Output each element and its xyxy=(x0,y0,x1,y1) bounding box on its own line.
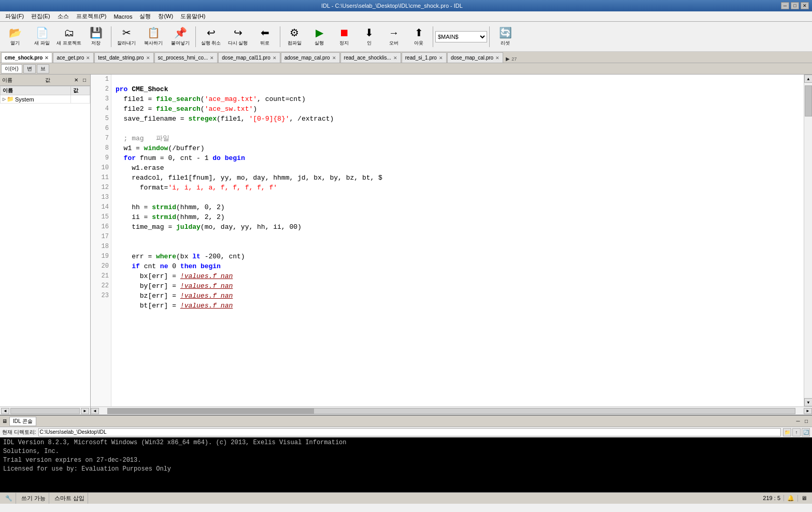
console-path-bar: 현재 디렉토리: 📁 ↑ 🔄 xyxy=(0,427,812,437)
tab-read-si-close[interactable]: ✕ xyxy=(439,55,443,61)
code-content[interactable]: pro CME_Shock file1 = file_search('ace_m… xyxy=(111,75,804,406)
undo-button[interactable]: ↩ 실행 취소 xyxy=(198,23,224,50)
path-refresh-button[interactable]: 🔄 xyxy=(802,428,810,436)
scroll-up-arrow[interactable]: ▲ xyxy=(804,75,812,83)
console-minimize[interactable]: ─ xyxy=(794,418,802,425)
status-monitor-icon: 🖥 xyxy=(798,495,810,501)
window-controls: ─ □ ✕ xyxy=(781,2,809,9)
tab-dose-map-11[interactable]: dose_map_cal11.pro ✕ xyxy=(218,52,280,63)
copy-label: 복사하기 xyxy=(144,40,163,47)
menu-window[interactable]: 창(W) xyxy=(155,11,176,21)
stack-dropdown[interactable]: $MAIN$ xyxy=(435,31,487,42)
maximize-button[interactable]: □ xyxy=(791,2,799,9)
tab-test-date[interactable]: test_date_string.pro ✕ xyxy=(94,52,153,63)
copy-button[interactable]: 📋 복사하기 xyxy=(140,23,166,50)
left-panel-scrollbar[interactable]: ◀ ▶ xyxy=(0,406,90,415)
vertical-scrollbar[interactable]: ▲ ▼ xyxy=(804,75,812,406)
back-button[interactable]: ⬅ 뒤로 xyxy=(252,23,278,50)
tab-sc-process[interactable]: sc_process_hmi_co... ✕ xyxy=(154,52,218,63)
tab-sc-process-close[interactable]: ✕ xyxy=(210,55,214,61)
scroll-right-arrow[interactable]: ▶ xyxy=(81,408,89,414)
console-path-input[interactable] xyxy=(38,428,781,436)
cut-button[interactable]: ✂ 잘라내기 xyxy=(113,23,139,50)
left-panel-header: 이름 값 ✕ □ xyxy=(0,75,90,86)
horizontal-scrollbar[interactable]: ◀ ▶ xyxy=(91,406,812,415)
menu-help[interactable]: 도움말(H) xyxy=(177,11,208,21)
menu-file[interactable]: 파일(F) xyxy=(2,11,27,21)
tab-ace-get-close[interactable]: ✕ xyxy=(86,55,90,61)
tab-dose-map-11-close[interactable]: ✕ xyxy=(273,55,277,61)
tab-overflow-button[interactable]: ▶ 27 xyxy=(504,54,519,63)
table-row[interactable]: ▷ 📁 System xyxy=(1,95,90,104)
open-label: 열기 xyxy=(10,40,20,47)
tab-read-ace-close[interactable]: ✕ xyxy=(393,55,397,61)
menu-edit[interactable]: 편집(E) xyxy=(28,11,53,21)
save-label: 저장 xyxy=(91,40,101,47)
left-panel-close[interactable]: ✕ xyxy=(73,77,80,84)
menu-source[interactable]: 소스 xyxy=(54,11,72,21)
open-button[interactable]: 📂 열기 xyxy=(2,23,28,50)
sec-tab-variables[interactable]: 변 xyxy=(23,64,36,74)
menu-macros[interactable]: Macros xyxy=(110,12,135,21)
variable-list: 이름 값 ▷ 📁 System xyxy=(0,86,90,104)
scroll-thumb[interactable] xyxy=(805,85,812,116)
console-icon: 🖥 xyxy=(2,418,7,424)
code-editor[interactable]: 1 2 3 4 5 6 7 8 9 10 11 12 13 14 xyxy=(91,75,804,406)
line-num: 18 xyxy=(93,242,109,252)
status-bar: 🔧 쓰기 가능 스마트 삽입 219 : 5 🔔 🖥 xyxy=(0,492,812,504)
tab-test-date-close[interactable]: ✕ xyxy=(146,55,150,61)
tab-read-si[interactable]: read_si_1.pro ✕ xyxy=(402,52,447,63)
h-scroll-right[interactable]: ▶ xyxy=(804,408,812,414)
tab-adose-map[interactable]: adose_map_cal.pro ✕ xyxy=(281,52,340,63)
step-over-button[interactable]: → 오버 xyxy=(382,23,406,50)
tab-cme-shock[interactable]: cme_shock.pro ✕ xyxy=(1,52,52,63)
tab-adose-map-close[interactable]: ✕ xyxy=(332,55,336,61)
redo-button[interactable]: ↪ 다시 실행 xyxy=(225,23,251,50)
minimize-button[interactable]: ─ xyxy=(781,2,789,9)
menu-run[interactable]: 실행 xyxy=(136,11,154,21)
cut-icon: ✂ xyxy=(122,26,131,39)
paste-button[interactable]: 📌 붙여넣기 xyxy=(167,23,193,50)
fn-file-search-1: file_search xyxy=(156,95,201,103)
tab-read-ace[interactable]: read_ace_shocklis... ✕ xyxy=(340,52,401,63)
console-tab[interactable]: IDL 콘솔 xyxy=(9,417,36,426)
path-up-button[interactable]: ↑ xyxy=(792,428,801,436)
scroll-left-arrow[interactable]: ◀ xyxy=(1,408,9,414)
cut-label: 잘라내기 xyxy=(117,40,136,47)
step-out-button[interactable]: ⬆ 아웃 xyxy=(407,23,431,50)
stop-button[interactable]: ⏹ 정지 xyxy=(332,23,356,50)
new-file-button[interactable]: 📄 새 파일 xyxy=(29,23,55,50)
step-in-button[interactable]: ⬇ 인 xyxy=(357,23,381,50)
new-project-button[interactable]: 🗂 새 프로젝트 xyxy=(56,23,82,50)
scroll-track[interactable] xyxy=(804,83,812,398)
open-icon: 📂 xyxy=(9,26,22,39)
fn-strmid-2: strmid xyxy=(152,213,176,221)
console-maximize[interactable]: □ xyxy=(803,418,810,425)
str-ace-mag: 'ace_mag.txt' xyxy=(205,95,257,103)
run-button[interactable]: ▶ 실행 xyxy=(307,23,331,50)
h-scroll-left[interactable]: ◀ xyxy=(91,408,99,414)
tab-dose-map-close[interactable]: ✕ xyxy=(495,55,500,61)
h-scroll-track[interactable] xyxy=(107,408,795,414)
left-panel-minimize[interactable]: □ xyxy=(81,77,88,84)
status-bell-icon: 🔔 xyxy=(784,495,798,502)
path-browse-button[interactable]: 📁 xyxy=(783,428,791,436)
tab-ace-get[interactable]: ace_get.pro ✕ xyxy=(53,52,94,63)
menu-project[interactable]: 프로젝트(P) xyxy=(73,11,110,21)
sec-tab-outline[interactable]: 이(어) xyxy=(1,64,22,74)
tab-cme-shock-close[interactable]: ✕ xyxy=(45,55,49,61)
scroll-down-arrow[interactable]: ▼ xyxy=(804,398,812,406)
fn-strmid-1: strmid xyxy=(152,203,176,211)
close-button[interactable]: ✕ xyxy=(801,2,809,9)
tab-dose-map[interactable]: dose_map_cal.pro ✕ xyxy=(447,52,503,63)
console-output[interactable]: IDL Version 8.2.3, Microsoft Windows (Wi… xyxy=(0,437,812,492)
run-label: 실행 xyxy=(315,40,324,47)
h-scroll-thumb[interactable] xyxy=(108,408,314,414)
secondary-tab-bar: 이(어) 변 브 xyxy=(0,63,812,75)
sec-tab-breakpoints[interactable]: 브 xyxy=(37,64,49,74)
reset-button[interactable]: 🔄 리셋 xyxy=(492,23,519,50)
status-input-label: 스마트 삽입 xyxy=(54,494,84,502)
save-button[interactable]: 💾 저장 xyxy=(83,23,109,50)
compile-button[interactable]: ⚙ 컴파일 xyxy=(282,23,306,50)
tab-adose-map-label: adose_map_cal.pro xyxy=(284,55,330,61)
